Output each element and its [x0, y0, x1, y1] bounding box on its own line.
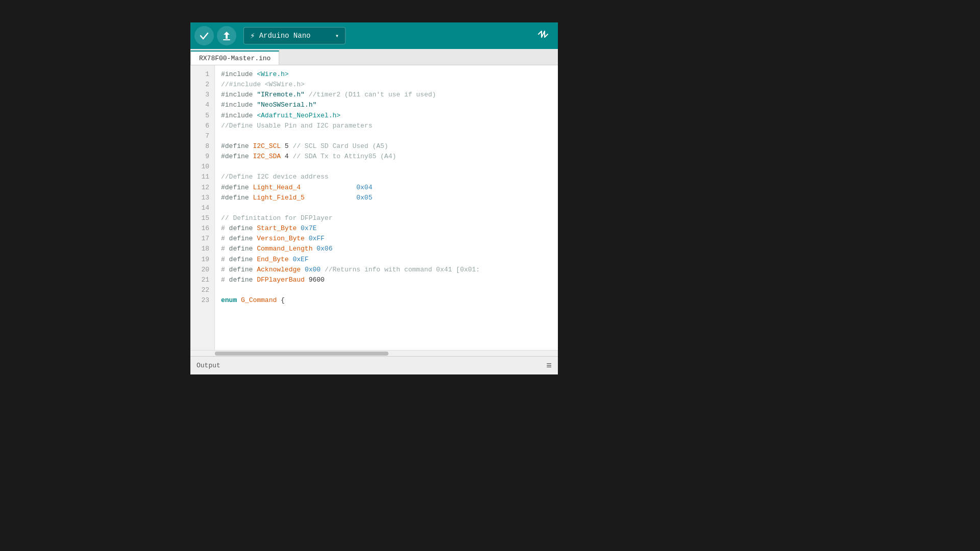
code-line: #define I2C_SCL 5 // SCL SD Card Used (A… [221, 141, 558, 152]
code-line: # define Start_Byte 0x7E [221, 223, 558, 234]
line-number: 7 [190, 131, 214, 141]
code-line [221, 131, 558, 141]
code-content[interactable]: #include <Wire.h>//#include <WSWire.h>#i… [215, 65, 558, 350]
line-number: 3 [190, 90, 214, 100]
line-number: 17 [190, 234, 214, 244]
code-line [221, 162, 558, 172]
line-number: 21 [190, 275, 214, 285]
svg-marker-0 [224, 32, 230, 39]
board-selector[interactable]: ⚡ Arduino Nano ▾ [243, 27, 346, 44]
code-line: #define Light_Head_4 0x04 [221, 183, 558, 193]
line-number: 6 [190, 121, 214, 131]
line-number: 19 [190, 255, 214, 265]
code-line: # define Command_Length 0x06 [221, 244, 558, 254]
code-line: #include "NeoSWSerial.h" [221, 100, 558, 110]
code-line: # define Version_Byte 0xFF [221, 234, 558, 244]
line-number: 5 [190, 111, 214, 121]
line-number: 11 [190, 172, 214, 182]
serial-monitor-button[interactable] [533, 24, 554, 48]
line-number: 10 [190, 162, 214, 172]
toolbar: ⚡ Arduino Nano ▾ [190, 22, 558, 49]
upload-button[interactable] [217, 26, 236, 45]
tab-main-file[interactable]: RX78F00-Master.ino [190, 51, 279, 65]
code-line: #include <Wire.h> [221, 69, 558, 80]
scrollbar-area[interactable] [190, 350, 558, 356]
code-line: # define End_Byte 0xEF [221, 255, 558, 265]
code-line: # define Acknowledge 0x00 //Returns info… [221, 265, 558, 275]
line-number: 2 [190, 80, 214, 90]
line-number: 9 [190, 152, 214, 162]
code-line: enum G_Command { [221, 295, 558, 306]
line-numbers: 1234567891011121314151617181920212223 [190, 65, 215, 350]
code-line: //Define Usable Pin and I2C parameters [221, 121, 558, 131]
output-bar: Output ≡ [190, 356, 558, 374]
code-line: #include <Adafruit_NeoPixel.h> [221, 111, 558, 121]
line-number: 4 [190, 100, 214, 110]
code-line: #define I2C_SDA 4 // SDA Tx to Attiny85 … [221, 152, 558, 162]
code-line [221, 203, 558, 213]
board-name: Arduino Nano [259, 32, 331, 40]
code-line: # define DFPlayerBaud 9600 [221, 275, 558, 285]
usb-icon: ⚡ [250, 31, 255, 41]
line-number: 1 [190, 69, 214, 80]
code-container[interactable]: 1234567891011121314151617181920212223 #i… [190, 65, 558, 350]
output-label: Output [197, 362, 220, 369]
line-number: 15 [190, 213, 214, 223]
line-number: 23 [190, 295, 214, 306]
line-number: 14 [190, 203, 214, 213]
output-menu-button[interactable]: ≡ [546, 361, 552, 371]
code-line: #define Light_Field_5 0x05 [221, 193, 558, 203]
line-number: 22 [190, 285, 214, 295]
svg-rect-1 [223, 39, 230, 40]
code-line [221, 285, 558, 295]
line-number: 12 [190, 183, 214, 193]
line-number: 18 [190, 244, 214, 254]
editor-area: 1234567891011121314151617181920212223 #i… [190, 65, 558, 356]
chevron-down-icon: ▾ [335, 32, 339, 40]
code-line: //#include <WSWire.h> [221, 80, 558, 90]
code-line: #include "IRremote.h" //timer2 (D11 can'… [221, 90, 558, 100]
code-line: //Define I2C device address [221, 172, 558, 182]
tab-label: RX78F00-Master.ino [199, 55, 271, 62]
line-number: 8 [190, 141, 214, 152]
line-number: 16 [190, 223, 214, 234]
line-number: 13 [190, 193, 214, 203]
scrollbar-thumb[interactable] [215, 352, 388, 356]
ide-window: ⚡ Arduino Nano ▾ RX78F00-Master.ino 1234… [190, 22, 558, 374]
verify-button[interactable] [194, 26, 214, 45]
code-line: // Definitation for DFPlayer [221, 213, 558, 223]
tab-bar: RX78F00-Master.ino [190, 49, 558, 65]
line-number: 20 [190, 265, 214, 275]
